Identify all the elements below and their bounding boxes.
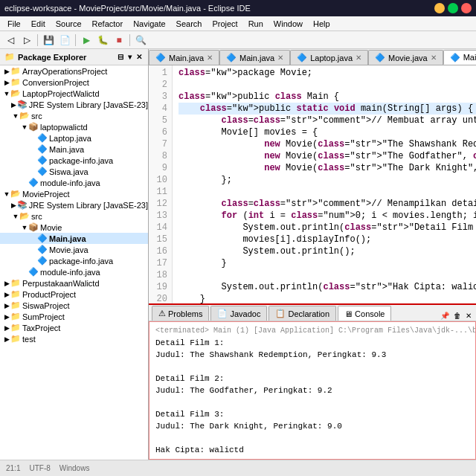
menu-item-refactor[interactable]: Refactor (88, 19, 128, 29)
tree-item-siswa-java[interactable]: 🔷Siswa.java (0, 166, 148, 177)
tab-close-icon[interactable]: ✕ (431, 54, 437, 62)
tree-item-jre-system-library--javase-23-[interactable]: ▶📚JRE System Library [JavaSE-23] (0, 99, 148, 110)
minimize-button[interactable] (434, 3, 445, 13)
close-button[interactable] (461, 3, 472, 13)
toolbar-stop[interactable]: ■ (112, 33, 126, 48)
tree-file-icon: 📁 (10, 77, 21, 87)
code-content[interactable]: class="kw">package Movie;class="kw">publ… (173, 65, 476, 303)
tab-close-icon[interactable]: ✕ (207, 54, 213, 62)
menu-item-navigate[interactable]: Navigate (129, 19, 170, 29)
code-line-3[interactable]: class="kw">public class Main { (178, 91, 476, 103)
console-close-icon[interactable]: ✕ (464, 311, 473, 321)
tree-item-main-java[interactable]: 🔷Main.java (0, 144, 148, 155)
bottom-tab-problems[interactable]: ⚠Problems (152, 306, 209, 321)
tree-area[interactable]: ▶📁ArrayOperationsProject▶📁ConversionProj… (0, 65, 148, 460)
menu-item-file[interactable]: File (3, 19, 25, 29)
code-line-10[interactable]: }; (178, 174, 476, 186)
code-line-1[interactable]: class="kw">package Movie; (178, 67, 476, 79)
editor-tab-main-java[interactable]: 🔷Main.java✕ (219, 50, 290, 65)
toolbar-debug[interactable]: 🐛 (95, 33, 110, 48)
toolbar-run[interactable]: ▶ (79, 33, 94, 48)
code-line-11[interactable] (178, 186, 476, 198)
code-line-14[interactable]: System.out.println(class="str">"Detail F… (178, 222, 476, 234)
tree-item-main-java[interactable]: 🔷Main.java (0, 233, 148, 244)
menu-item-source[interactable]: Source (51, 19, 86, 29)
maximize-button[interactable] (448, 3, 458, 13)
tree-item-laptopwalictd[interactable]: ▼📦laptopwalictd (0, 121, 148, 132)
code-line-17[interactable]: } (178, 257, 476, 269)
code-line-2[interactable] (178, 79, 476, 91)
tree-label: TaxProject (22, 324, 60, 332)
tree-item-siswaproject[interactable]: ▶📁SiswaProject (0, 300, 148, 311)
menu-item-help[interactable]: Help (309, 19, 335, 29)
bottom-tab-console[interactable]: 🖥Console (338, 306, 391, 321)
line-number-11: 11 (153, 186, 167, 198)
code-line-6[interactable]: Movie[] movies = { (178, 126, 476, 138)
code-line-4[interactable]: class="kw">public static void main(Strin… (178, 103, 476, 115)
tree-item-module-info-java[interactable]: 🔷module-info.java (0, 177, 148, 188)
editor-tab-movie-java[interactable]: 🔷Movie.java✕ (368, 50, 443, 65)
tab-close-icon[interactable]: ✕ (356, 54, 361, 62)
code-line-9[interactable]: new Movie(class="str">"The Dark Knight",… (178, 162, 476, 174)
toolbar-save[interactable]: 💾 (41, 33, 56, 48)
toolbar-btn-1[interactable]: ◁ (3, 33, 18, 48)
bottom-tab-javadoc[interactable]: 📄Javadoc (210, 306, 267, 321)
tree-item-jre-system-library--javase-23-[interactable]: ▶📚JRE System Library [JavaSE-23] (0, 199, 148, 210)
code-line-12[interactable]: class=class="str">"comment">// Menampilk… (178, 198, 476, 210)
console-clear-icon[interactable]: 🗑 (452, 311, 463, 321)
tree-item-src[interactable]: ▼📂src (0, 110, 148, 121)
code-line-8[interactable]: new Movie(class="str">"The Godfather", c… (178, 150, 476, 162)
menu-item-search[interactable]: Search (172, 19, 207, 29)
toolbar-search[interactable]: 🔍 (133, 33, 148, 48)
tab-close-icon[interactable]: ✕ (277, 54, 283, 62)
tree-label: Laptop.java (49, 134, 91, 143)
collapse-all-icon[interactable]: ⊟ (116, 52, 125, 62)
menu-item-edit[interactable]: Edit (27, 19, 50, 29)
tree-label: laptopwalictd (40, 123, 88, 132)
code-line-19[interactable]: System.out.println(class="str">"Hak Cipt… (178, 281, 476, 293)
menu-item-run[interactable]: Run (244, 19, 268, 29)
tree-item-test[interactable]: ▶📁test (0, 333, 148, 344)
bottom-tab-declaration[interactable]: 📋Declaration (268, 306, 336, 321)
tree-item-package-info-java[interactable]: 🔷package-info.java (0, 255, 148, 266)
bottom-tab-label: Console (355, 309, 385, 318)
editor-tab-main-java[interactable]: 🔷Main.java✕ (149, 50, 219, 65)
tree-file-icon: 📁 (10, 66, 21, 76)
code-line-16[interactable]: System.out.println(); (178, 245, 476, 257)
code-line-15[interactable]: movies[i].displayInfo(); (178, 234, 476, 245)
panel-menu-icon[interactable]: ▾ (126, 52, 133, 62)
tree-item-sumproject[interactable]: ▶📁SumProject (0, 311, 148, 322)
code-editor[interactable]: 12345678910111213141516171819202122 clas… (149, 65, 476, 303)
tree-item-taxproject[interactable]: ▶📁TaxProject (0, 322, 148, 333)
panel-close-icon[interactable]: ✕ (135, 52, 144, 62)
toolbar-btn-2[interactable]: ▷ (19, 33, 34, 48)
menu-item-window[interactable]: Window (269, 19, 307, 29)
tab-label: Movie.java (388, 54, 428, 62)
console-pin-icon[interactable]: 📌 (439, 311, 451, 321)
tree-item-laptop-java[interactable]: 🔷Laptop.java (0, 132, 148, 144)
tree-item-perpustakaanwalictd[interactable]: ▶📁PerpustakaanWalictd (0, 277, 148, 289)
code-line-18[interactable] (178, 269, 476, 281)
title-bar-text: eclipse-workspace - MovieProject/src/Mov… (4, 4, 251, 13)
tree-item-package-info-java[interactable]: 🔷package-info.java (0, 155, 148, 166)
toolbar-new[interactable]: 📄 (57, 33, 72, 48)
line-number-17: 17 (153, 257, 167, 269)
tree-item-laptopprojectwalictd[interactable]: ▼📂LaptopProjectWalictd (0, 88, 148, 99)
tree-item-conversionproject[interactable]: ▶📁ConversionProject (0, 77, 148, 88)
code-line-13[interactable]: for (int i = class="num">0; i < movies.l… (178, 210, 476, 222)
tree-item-src[interactable]: ▼📂src (0, 210, 148, 222)
tree-item-arrayoperationsproject[interactable]: ▶📁ArrayOperationsProject (0, 65, 148, 77)
code-line-20[interactable]: } (178, 293, 476, 303)
menu-item-project[interactable]: Project (208, 19, 242, 29)
tree-item-movie-java[interactable]: 🔷Movie.java (0, 244, 148, 255)
editor-tab-laptop-java[interactable]: 🔷Laptop.java✕ (290, 50, 368, 65)
tree-item-movieproject[interactable]: ▼📂MovieProject (0, 188, 148, 199)
code-line-5[interactable]: class=class="str">"comment">// Membuat a… (178, 115, 476, 126)
tree-item-productproject[interactable]: ▶📁ProductProject (0, 289, 148, 300)
tree-arrow-icon: ▶ (3, 313, 10, 321)
tree-item-module-info-java[interactable]: 🔷module-info.java (0, 266, 148, 277)
code-line-7[interactable]: new Movie(class="str">"The Shawshank Red… (178, 138, 476, 150)
editor-tab-main-java[interactable]: 🔷Main.java✕ (443, 50, 476, 65)
tree-item-movie[interactable]: ▼📦Movie (0, 222, 148, 233)
tree-arrow-icon: ▼ (3, 190, 10, 198)
